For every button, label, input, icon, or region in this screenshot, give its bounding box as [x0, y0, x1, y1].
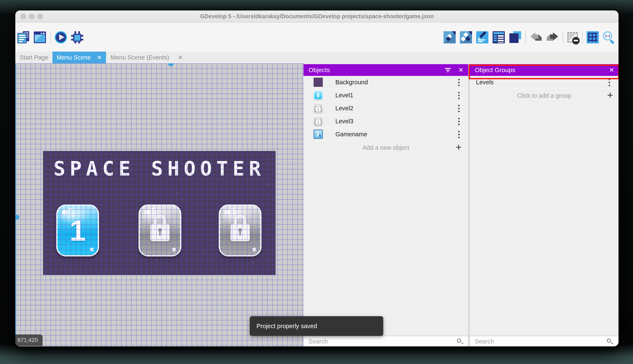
level2-locked-button-object[interactable]	[139, 204, 181, 256]
plus-icon[interactable]: +	[607, 89, 613, 101]
redo-icon[interactable]	[546, 32, 558, 43]
toast-notification: Project properly saved	[250, 316, 383, 336]
add-object-row[interactable]: Add a new object +	[303, 141, 468, 154]
add-group-row[interactable]: Click to add a group +	[470, 89, 618, 102]
tab-start-page[interactable]: Start Page	[15, 52, 53, 63]
groups-search-input[interactable]	[475, 336, 579, 346]
vertical-scrollbar-thumb[interactable]	[15, 215, 19, 220]
toolbar-separator	[563, 31, 563, 44]
objects-panel-header: Objects ✕	[303, 64, 468, 76]
level1-button-thumbnail	[313, 90, 323, 100]
locked-button-thumbnail	[313, 104, 323, 113]
instances-icon[interactable]	[509, 31, 521, 44]
scene-stars	[68, 189, 69, 190]
tab-menu-scene[interactable]: Menu Scene ✕	[53, 52, 106, 63]
search-icon[interactable]	[457, 338, 463, 344]
background-thumbnail	[313, 78, 323, 87]
scene-background-object[interactable]: SPACE SHOOTER 1	[43, 151, 275, 275]
level1-button-object[interactable]: 1	[56, 204, 99, 256]
scene-editor-icon[interactable]	[34, 32, 46, 43]
object-menu-icon[interactable]	[458, 108, 460, 109]
edit-scene-properties-icon[interactable]	[476, 31, 488, 44]
mask-icon[interactable]	[567, 32, 578, 42]
toolbar-right: 1:1	[444, 31, 618, 44]
vertical-scrollbar-track[interactable]	[15, 63, 16, 346]
object-icon[interactable]	[444, 31, 456, 44]
layers-list-icon[interactable]	[493, 31, 505, 44]
close-icon[interactable]: ✕	[458, 64, 464, 76]
objects-list: Background Level1 Level2	[303, 76, 468, 154]
gdevelop-window: GDevelop 5 - /Users/dkarakay/Documents/G…	[15, 10, 618, 346]
window-title: GDevelop 5 - /Users/dkarakay/Documents/G…	[15, 10, 618, 22]
padlock-icon	[149, 214, 170, 246]
tab-label: Menu Scene (Events)	[111, 54, 169, 61]
titlebar: GDevelop 5 - /Users/dkarakay/Documents/G…	[15, 10, 618, 22]
search-icon[interactable]	[607, 338, 613, 344]
object-row-level3[interactable]: Level3	[303, 115, 468, 128]
play-icon[interactable]	[55, 31, 67, 44]
groups-panel-title: Object Groups	[470, 66, 515, 74]
object-menu-icon[interactable]	[458, 82, 460, 83]
toolbar-separator	[525, 31, 526, 44]
panel-divider[interactable]	[468, 63, 470, 346]
padlock-icon	[230, 214, 251, 246]
group-menu-icon[interactable]	[609, 82, 610, 83]
locked-button-thumbnail	[313, 116, 323, 126]
horizontal-scrollbar-thumb[interactable]	[168, 63, 174, 66]
tab-close-icon[interactable]: ✕	[97, 54, 102, 61]
objects-search-bar	[303, 336, 468, 346]
tab-bar: Start Page Menu Scene ✕ Menu Scene (Even…	[15, 52, 618, 63]
object-menu-icon[interactable]	[458, 95, 460, 96]
scene-title-text[interactable]: SPACE SHOOTER	[54, 157, 265, 180]
objects-panel: Objects ✕ Background Level1	[303, 63, 468, 346]
filter-icon[interactable]	[445, 67, 451, 73]
toolbar-separator	[582, 31, 582, 44]
zoom-1-1-icon[interactable]: 1:1	[603, 31, 615, 44]
group-row-levels[interactable]: Levels	[470, 76, 618, 89]
text-object-thumbnail: Tx	[313, 130, 323, 139]
object-groups-panel: Object Groups ✕ Levels Click to add a gr…	[470, 63, 618, 346]
level3-locked-button-object[interactable]	[219, 204, 261, 256]
plus-icon[interactable]: +	[456, 141, 462, 153]
object-row-level2[interactable]: Level2	[303, 102, 468, 115]
groups-list: Levels Click to add a group +	[470, 76, 618, 102]
groups-panel-header: Object Groups ✕	[470, 64, 618, 76]
objects-group-icon[interactable]	[460, 31, 472, 44]
project-manager-icon[interactable]	[18, 31, 30, 44]
objects-search-input[interactable]	[308, 336, 424, 346]
toolbar: 1:1	[15, 23, 618, 52]
tab-label: Menu Scene	[57, 54, 91, 61]
object-row-background[interactable]: Background	[303, 76, 468, 89]
toolbar-left	[15, 31, 83, 44]
object-row-gamename[interactable]: Tx Gamename	[303, 128, 468, 141]
cursor-coordinates: 871;420	[15, 334, 43, 346]
content-area: SPACE SHOOTER 1	[15, 63, 618, 346]
tab-close-icon[interactable]: ✕	[178, 54, 183, 61]
tab-label: Start Page	[20, 54, 48, 61]
toolbar-separator	[50, 31, 51, 44]
close-icon[interactable]: ✕	[609, 64, 614, 76]
object-row-level1[interactable]: Level1	[303, 89, 468, 102]
groups-search-bar	[470, 336, 618, 346]
scene-canvas[interactable]: SPACE SHOOTER 1	[15, 63, 303, 346]
grid-icon[interactable]	[587, 31, 599, 44]
object-menu-icon[interactable]	[458, 134, 460, 135]
object-menu-icon[interactable]	[458, 121, 460, 122]
undo-icon[interactable]	[530, 32, 542, 43]
debugger-icon[interactable]	[71, 31, 83, 44]
objects-panel-title: Objects	[303, 66, 330, 74]
tab-menu-scene-events[interactable]: Menu Scene (Events) ✕	[106, 52, 188, 63]
